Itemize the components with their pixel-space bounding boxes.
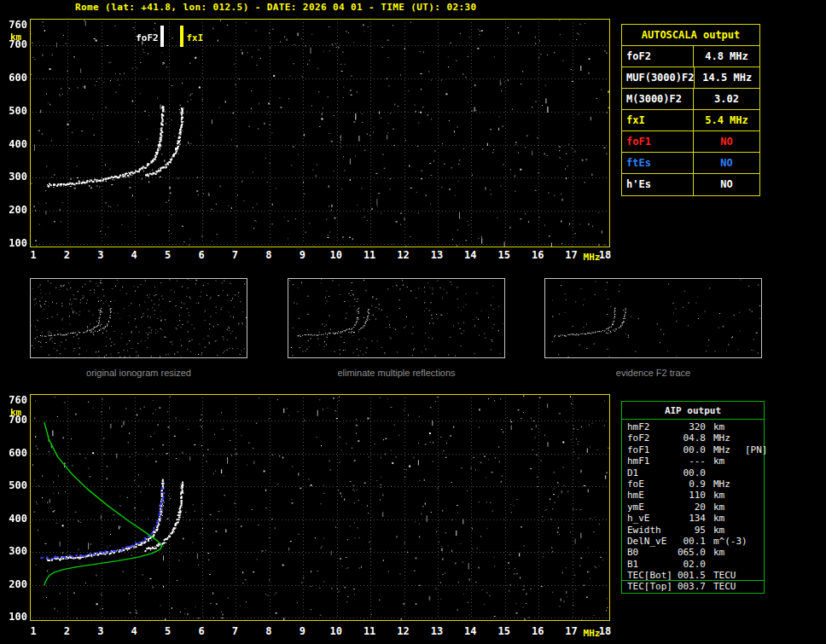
autoscala-output-table: AUTOSCALA output foF24.8 MHzMUF(3000)F21… (621, 24, 760, 196)
table-row-value: 04.8 (677, 432, 706, 444)
table-row-unit: MHz (706, 444, 743, 455)
table-row-value: 065.0 (677, 547, 706, 558)
x-axis-tick: 6 (198, 626, 204, 636)
table-row: M(3000)F23.02 (622, 89, 759, 110)
table-row-unit: MHz (706, 432, 743, 444)
x-axis-tick: 10 (329, 250, 341, 260)
table-row-label: TEC[Bot] (627, 570, 677, 580)
x-axis-tick: 10 (329, 626, 341, 636)
x-axis-tick: 14 (464, 626, 476, 636)
table-row-unit: km (706, 490, 743, 501)
thumbnail-caption-reflections: eliminate multiple reflections (288, 368, 505, 378)
table-row-value: 02.0 (677, 559, 706, 570)
table-row-unit: m^(-3) (706, 536, 747, 547)
y-axis-tick: 100 (2, 238, 27, 248)
x-axis-tick: 4 (131, 250, 137, 260)
table-row-label: B0 (627, 547, 677, 558)
table-row: TEC[Top]003.7TECU (622, 581, 764, 592)
x-axis-tick: 6 (198, 250, 204, 260)
x-axis-tick: 8 (265, 250, 271, 260)
table-row: D100.0 (622, 467, 764, 479)
table-row-label: hmF2 (627, 421, 677, 432)
table-row: h'EsNO (622, 174, 759, 195)
x-axis-tick: 15 (498, 250, 510, 260)
x-axis-tick: 5 (165, 626, 171, 636)
table-row-value: 001.5 (677, 570, 706, 580)
table-row: B0065.0km (622, 547, 764, 558)
x-axis-tick: 17 (565, 626, 577, 636)
y-axis-tick: 200 (2, 579, 27, 589)
y-axis-tick: 600 (2, 73, 27, 83)
x-axis-tick: 8 (265, 626, 271, 636)
table-row-value: 003.7 (677, 581, 706, 592)
table-row-label: D1 (627, 467, 677, 479)
autoscala-table-title: AUTOSCALA output (622, 25, 759, 46)
table-row: MUF(3000)F214.5 MHz (622, 67, 759, 89)
table-row-label: foF1 (627, 444, 677, 455)
table-row-extra (743, 421, 764, 432)
x-axis-tick: 11 (364, 626, 375, 636)
table-row-unit: km (706, 421, 743, 432)
table-row-extra: [PN] (743, 444, 768, 455)
thumbnail-caption-f2: evidence F2 trace (544, 368, 762, 378)
y-axis-tick: 500 (2, 480, 27, 490)
x-axis-tick: 4 (131, 626, 137, 636)
table-row-label: fxI (622, 110, 694, 131)
table-row-unit: km (706, 525, 743, 536)
x-axis-tick: 13 (431, 250, 443, 260)
x-axis-tick: 2 (64, 626, 70, 636)
table-row-label: hmE (627, 490, 677, 501)
table-row-value: 95 (677, 525, 706, 536)
table-row-value: --- (677, 455, 706, 467)
table-row-extra (743, 432, 764, 444)
aip-table-rows: hmF2320kmfoF204.8MHzfoF100.0MHz[PN]hmF1-… (622, 420, 764, 593)
table-row-value: 00.0 (677, 444, 706, 455)
table-row-unit: km (706, 502, 743, 513)
x-axis-tick: 18 (599, 250, 611, 260)
y-axis-tick: 400 (2, 513, 27, 524)
x-axis-tick: 14 (464, 250, 476, 260)
table-row-unit: km (706, 547, 743, 558)
table-row-unit (706, 467, 743, 479)
table-row: ftEsNO (622, 153, 759, 174)
table-row: TEC[Bot]001.5TECU (622, 570, 764, 581)
table-row-label: foF1 (622, 131, 694, 152)
table-row-value: 134 (677, 513, 706, 524)
table-row-unit: km (706, 455, 743, 467)
aip-output-table: AIP output hmF2320kmfoF204.8MHzfoF100.0M… (621, 401, 765, 594)
x-axis-tick: 7 (232, 250, 238, 260)
table-row-label: B1 (627, 559, 677, 570)
x-axis-tick: 18 (599, 626, 611, 636)
x-axis-tick: 9 (300, 626, 305, 636)
x-axis-tick: 15 (498, 626, 510, 636)
table-row-label: h'Es (622, 174, 694, 195)
table-row-value: 20 (677, 502, 706, 513)
table-row-extra (743, 559, 764, 570)
x-axis-tick: 12 (397, 250, 409, 260)
thumbnail-caption-original: original ionogram resized (30, 368, 247, 378)
thumbnail-multiple-reflections (288, 278, 505, 358)
y-axis-unit: km (10, 408, 21, 417)
table-row-label: hmF1 (627, 455, 677, 467)
fxI-marker-label: fxI (186, 32, 218, 44)
table-row-value: NO (694, 153, 759, 173)
table-row-value: 320 (677, 421, 706, 432)
x-axis-tick: 17 (565, 250, 577, 260)
y-axis-tick: 760 (2, 395, 27, 405)
table-row-label: M(3000)F2 (622, 89, 694, 109)
table-row-label: DelN_vE (627, 536, 677, 547)
table-row-value: 0.9 (677, 479, 706, 490)
table-row-label: Ewidth (627, 525, 677, 536)
y-axis-tick: 200 (2, 205, 27, 215)
table-row-value: NO (694, 131, 759, 152)
x-axis-unit: MHz (584, 629, 601, 638)
table-row: h_vE134km (622, 513, 764, 524)
table-row: foF1NO (622, 131, 759, 153)
x-axis-tick: 12 (397, 626, 409, 636)
table-row-extra (743, 570, 764, 580)
table-row-label: TEC[Top] (627, 581, 677, 592)
bottom-ionogram-plot (30, 394, 610, 621)
table-row-extra (743, 502, 764, 513)
table-row: Ewidth95km (622, 525, 764, 536)
page-title: Rome (lat: +41.8, lon: 012.5) - DATE: 20… (75, 2, 477, 13)
